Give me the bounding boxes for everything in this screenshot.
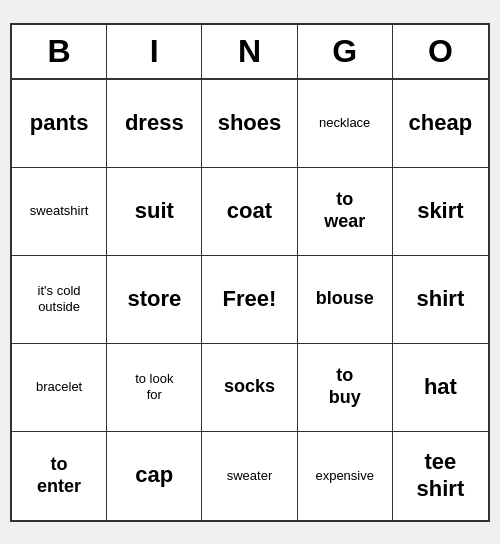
cell-text: blouse (316, 288, 374, 310)
cell-text: hat (424, 374, 457, 400)
cell-text: cap (135, 462, 173, 488)
cell-text: teeshirt (417, 449, 465, 502)
cell-text: it's coldoutside (38, 283, 81, 314)
bingo-cell: cap (107, 432, 202, 520)
bingo-cell: store (107, 256, 202, 344)
cell-text: towear (324, 189, 365, 232)
cell-text: tobuy (329, 365, 361, 408)
bingo-cell: skirt (393, 168, 488, 256)
bingo-cell: cheap (393, 80, 488, 168)
cell-text: skirt (417, 198, 463, 224)
bingo-grid: pantsdressshoesnecklacecheapsweatshirtsu… (12, 80, 488, 520)
bingo-cell: towear (298, 168, 393, 256)
bingo-cell: suit (107, 168, 202, 256)
bingo-cell: Free! (202, 256, 297, 344)
bingo-cell: sweatshirt (12, 168, 107, 256)
cell-text: shirt (417, 286, 465, 312)
bingo-cell: pants (12, 80, 107, 168)
cell-text: dress (125, 110, 184, 136)
cell-text: Free! (223, 286, 277, 312)
cell-text: bracelet (36, 379, 82, 395)
bingo-cell: tobuy (298, 344, 393, 432)
cell-text: to lookfor (135, 371, 173, 402)
bingo-cell: bracelet (12, 344, 107, 432)
cell-text: sweater (227, 468, 273, 484)
header-letter: B (12, 25, 107, 78)
cell-text: toenter (37, 454, 81, 497)
bingo-cell: necklace (298, 80, 393, 168)
bingo-header: BINGO (12, 25, 488, 80)
bingo-cell: it's coldoutside (12, 256, 107, 344)
bingo-cell: sweater (202, 432, 297, 520)
bingo-card: BINGO pantsdressshoesnecklacecheapsweats… (10, 23, 490, 522)
cell-text: socks (224, 376, 275, 398)
cell-text: pants (30, 110, 89, 136)
header-letter: N (202, 25, 297, 78)
cell-text: necklace (319, 115, 370, 131)
bingo-cell: hat (393, 344, 488, 432)
cell-text: store (127, 286, 181, 312)
header-letter: G (298, 25, 393, 78)
cell-text: expensive (315, 468, 374, 484)
bingo-cell: shirt (393, 256, 488, 344)
header-letter: O (393, 25, 488, 78)
bingo-cell: socks (202, 344, 297, 432)
cell-text: suit (135, 198, 174, 224)
bingo-cell: dress (107, 80, 202, 168)
cell-text: coat (227, 198, 272, 224)
bingo-cell: blouse (298, 256, 393, 344)
header-letter: I (107, 25, 202, 78)
bingo-cell: toenter (12, 432, 107, 520)
bingo-cell: expensive (298, 432, 393, 520)
bingo-cell: teeshirt (393, 432, 488, 520)
bingo-cell: to lookfor (107, 344, 202, 432)
cell-text: shoes (218, 110, 282, 136)
bingo-cell: shoes (202, 80, 297, 168)
cell-text: cheap (409, 110, 473, 136)
bingo-cell: coat (202, 168, 297, 256)
cell-text: sweatshirt (30, 203, 89, 219)
